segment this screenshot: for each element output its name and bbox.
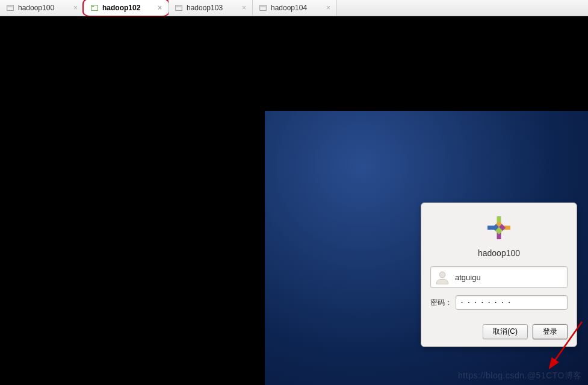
password-row: 密码： [430, 295, 568, 310]
watermark: https://blog.csdn.@51CTO博客 [458, 371, 582, 381]
tab-hadoop104[interactable]: hadoop104 × [253, 0, 337, 16]
terminal-icon [259, 4, 267, 12]
terminal-active-icon [90, 4, 99, 12]
username-field[interactable]: atguigu [430, 266, 568, 288]
svg-rect-6 [261, 6, 266, 8]
centos-logo-icon [483, 212, 515, 243]
tab-hadoop102[interactable]: hadoop102 × [84, 0, 169, 16]
tab-label: hadoop103 [187, 4, 223, 12]
content-area: hadoop100 atguigu 密码： 取消(C) 登录 [0, 16, 588, 385]
password-input[interactable] [456, 295, 568, 310]
password-label: 密码： [430, 298, 452, 308]
close-icon[interactable]: × [325, 4, 332, 12]
button-row: 取消(C) 登录 [430, 324, 568, 339]
login-dialog: hadoop100 atguigu 密码： 取消(C) 登录 [421, 202, 577, 347]
tab-bar: hadoop100 × hadoop102 × hadoop103 × hado… [0, 0, 588, 16]
user-avatar-icon [435, 269, 450, 285]
tab-hadoop100[interactable]: hadoop100 × [0, 0, 84, 16]
tab-label: hadoop104 [271, 4, 307, 12]
svg-point-15 [439, 272, 445, 278]
close-icon[interactable]: × [156, 4, 163, 12]
login-button[interactable]: 登录 [533, 324, 568, 339]
tab-label: hadoop102 [102, 4, 140, 12]
close-icon[interactable]: × [72, 4, 79, 12]
svg-rect-1 [8, 6, 13, 8]
cancel-button[interactable]: 取消(C) [483, 324, 528, 339]
username-value: atguigu [455, 273, 481, 282]
svg-rect-4 [176, 6, 182, 8]
remote-desktop: hadoop100 atguigu 密码： 取消(C) 登录 [265, 111, 588, 385]
hostname-label: hadoop100 [430, 248, 568, 258]
close-icon[interactable]: × [241, 4, 247, 12]
terminal-icon [6, 4, 14, 12]
tab-hadoop103[interactable]: hadoop103 × [169, 0, 253, 16]
tab-label: hadoop100 [18, 4, 54, 12]
terminal-icon [175, 4, 183, 12]
